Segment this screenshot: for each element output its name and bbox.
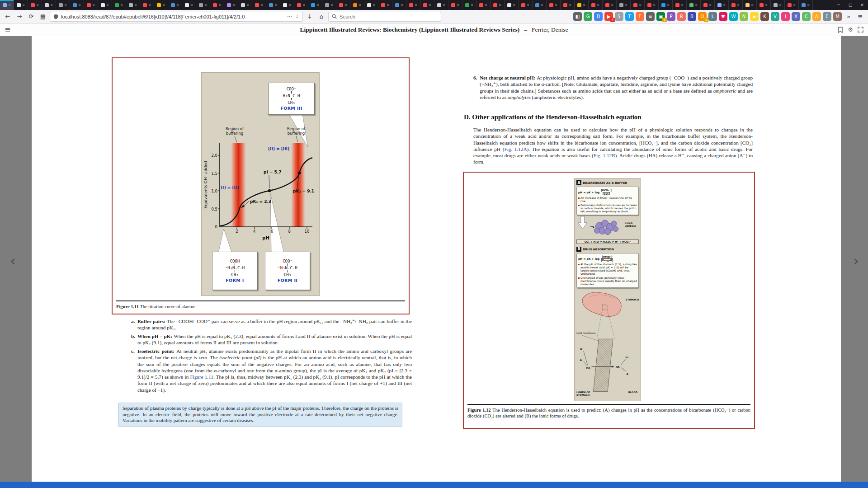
browser-tab[interactable]: ×	[462, 0, 476, 10]
tab-close-icon[interactable]: ×	[288, 3, 292, 7]
tab-close-icon[interactable]: ×	[709, 3, 712, 7]
extension-icon[interactable]: G	[584, 12, 592, 21]
tab-close-icon[interactable]: ×	[639, 3, 642, 7]
browser-tab[interactable]: ×	[687, 0, 701, 10]
tab-close-icon[interactable]: ×	[120, 3, 123, 7]
tab-close-icon[interactable]: ×	[330, 3, 334, 7]
tab-close-icon[interactable]: ×	[555, 3, 558, 7]
previous-page-chevron[interactable]: ‹	[10, 252, 16, 269]
tab-close-icon[interactable]: ×	[681, 3, 684, 7]
tab-close-icon[interactable]: ×	[92, 3, 95, 7]
tab-close-icon[interactable]: ×	[527, 3, 530, 7]
browser-tab[interactable]: ×	[505, 0, 519, 10]
browser-tab[interactable]: ×	[631, 0, 645, 10]
tab-close-icon[interactable]: ×	[723, 3, 726, 7]
browser-tab[interactable]: ×	[336, 0, 350, 10]
tab-close-icon[interactable]: ×	[443, 3, 446, 7]
browser-tab[interactable]: ×	[112, 0, 126, 10]
tab-close-icon[interactable]: ×	[359, 3, 362, 7]
browser-tab[interactable]: ×	[210, 0, 224, 10]
browser-tab[interactable]: ×	[364, 0, 378, 10]
tab-close-icon[interactable]: ×	[148, 3, 151, 7]
minimize-button[interactable]: ─	[833, 0, 844, 10]
browser-tab[interactable]: ×	[322, 0, 336, 10]
bookmark-star-icon[interactable]: ☆	[295, 14, 299, 19]
browser-tab[interactable]: ×	[238, 0, 252, 10]
tab-close-icon[interactable]: ×	[176, 3, 179, 7]
browser-tab[interactable]: ×	[294, 0, 308, 10]
browser-tab[interactable]: ×	[392, 0, 406, 10]
url-text[interactable]: localhost:8083/read/87/epub#epubcfi/6/16…	[61, 14, 284, 19]
tab-close-icon[interactable]: ×	[260, 3, 264, 7]
tab-close-icon[interactable]: ×	[8, 3, 11, 7]
browser-tab[interactable]: ×	[617, 0, 631, 10]
browser-tab[interactable]: ×	[715, 0, 729, 10]
tab-close-icon[interactable]: ×	[569, 3, 572, 7]
bookmark-icon[interactable]	[838, 27, 843, 33]
tab-close-icon[interactable]: ×	[583, 3, 586, 7]
tab-close-icon[interactable]: ×	[78, 3, 81, 7]
browser-tab[interactable]: ×	[168, 0, 182, 10]
close-button[interactable]: ✕	[856, 0, 868, 10]
extension-icon[interactable]: C	[802, 12, 811, 21]
browser-tab[interactable]: ×	[378, 0, 392, 10]
tab-close-icon[interactable]: ×	[429, 3, 432, 7]
browser-tab[interactable]: ×	[645, 0, 659, 10]
browser-tab[interactable]: ×	[126, 0, 140, 10]
settings-gear-icon[interactable]: ⚙	[848, 26, 853, 33]
browser-tab[interactable]: ×	[84, 0, 98, 10]
browser-tab[interactable]: ×	[743, 0, 757, 10]
tab-close-icon[interactable]: ×	[387, 3, 390, 7]
browser-tab[interactable]: ×	[448, 0, 462, 10]
extension-icon[interactable]: M	[833, 12, 842, 21]
menu-icon[interactable]: ≡	[855, 12, 865, 22]
tab-close-icon[interactable]: ×	[232, 3, 236, 7]
tab-close-icon[interactable]: ×	[162, 3, 165, 7]
extension-icon[interactable]: ◧	[573, 12, 582, 21]
tab-close-icon[interactable]: ×	[625, 3, 628, 7]
browser-tab[interactable]: ×	[589, 0, 603, 10]
browser-tab[interactable]: ×	[196, 0, 210, 10]
search-input[interactable]	[340, 14, 438, 19]
extension-icon[interactable]: ≡	[646, 12, 655, 21]
extension-icon[interactable]: V	[771, 12, 779, 21]
tab-close-icon[interactable]: ×	[779, 3, 782, 7]
browser-tab[interactable]: ×	[519, 0, 533, 10]
browser-tab[interactable]: ×	[603, 0, 617, 10]
browser-tab[interactable]: ×	[56, 0, 70, 10]
browser-tab[interactable]: ×	[252, 0, 266, 10]
extension-icon[interactable]: O 1	[698, 12, 707, 21]
browser-tab[interactable]: ×	[491, 0, 505, 10]
browser-tab[interactable]: ×	[729, 0, 743, 10]
refresh-button[interactable]: ⟳	[26, 12, 36, 22]
overflow-icon[interactable]: »	[844, 12, 854, 22]
browser-tab[interactable]: ×	[14, 0, 28, 10]
extension-icon[interactable]: T	[625, 12, 634, 21]
extension-icon[interactable]: ▶ 4	[604, 12, 613, 21]
tab-close-icon[interactable]: ×	[765, 3, 768, 7]
browser-tab[interactable]: ×	[224, 0, 238, 10]
tab-close-icon[interactable]: ×	[667, 3, 670, 7]
extension-icon[interactable]: P	[667, 12, 675, 21]
tab-close-icon[interactable]: ×	[695, 3, 698, 7]
tab-close-icon[interactable]: ×	[499, 3, 502, 7]
extension-icon[interactable]: S	[615, 12, 623, 21]
browser-tab[interactable]: ×	[533, 0, 547, 10]
taskbar[interactable]	[0, 482, 868, 488]
tab-close-icon[interactable]: ×	[106, 3, 109, 7]
browser-tab[interactable]: ×	[182, 0, 196, 10]
browser-tab[interactable]: ×	[659, 0, 673, 10]
tab-close-icon[interactable]: ×	[415, 3, 418, 7]
tab-close-icon[interactable]: ×	[737, 3, 740, 7]
browser-tab[interactable]: ×	[575, 0, 589, 10]
extension-icon[interactable]: L	[708, 12, 717, 21]
extension-icon[interactable]: K	[760, 12, 769, 21]
tab-close-icon[interactable]: ×	[401, 3, 404, 7]
browser-tab[interactable]: ×	[140, 0, 154, 10]
tab-close-icon[interactable]: ×	[344, 3, 348, 7]
tab-close-icon[interactable]: ×	[653, 3, 656, 7]
browser-tab[interactable]: ×	[28, 0, 42, 10]
browser-tab[interactable]: ×	[42, 0, 56, 10]
browser-tab[interactable]: ×	[420, 0, 434, 10]
browser-tab[interactable]: ×	[98, 0, 112, 10]
